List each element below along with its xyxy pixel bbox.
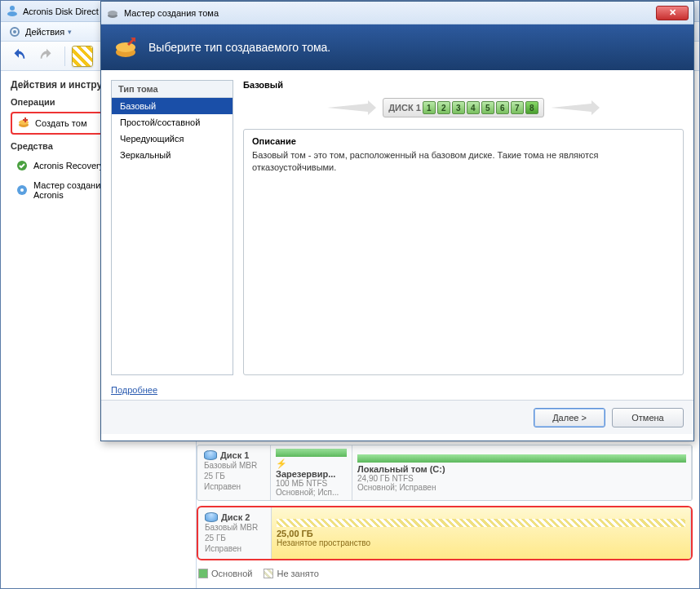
more-link-row: Подробнее (101, 385, 693, 400)
recovery-icon (16, 159, 29, 172)
gear-icon (9, 26, 20, 38)
app-icon (6, 5, 19, 18)
legend-free-label: Не занято (277, 569, 318, 578)
wizard-dialog: Мастер создания тома ✕ Выберите тип созд… (100, 1, 694, 441)
disk-map: Диск 1 Базовый MBR 25 ГБ Исправен ⚡ Заре… (197, 445, 693, 582)
more-link[interactable]: Подробнее (111, 385, 157, 395)
wizard-icon (106, 7, 119, 20)
partition-unallocated[interactable]: 25,00 ГБ Незанятое пространство (272, 507, 691, 559)
disk1-status: Исправен (204, 481, 264, 492)
next-button[interactable]: Далее > (534, 408, 605, 427)
part-reserved-size: 100 МБ NTFS (276, 479, 347, 488)
disk1-label: Диск 1 Базовый MBR 25 ГБ Исправен (197, 445, 271, 500)
svg-point-0 (10, 6, 15, 11)
svg-marker-17 (551, 100, 600, 115)
wizard-header-icon (113, 34, 139, 60)
svg-point-10 (20, 188, 24, 192)
close-button[interactable]: ✕ (656, 6, 689, 20)
type-striped[interactable]: Чередующийся (112, 131, 233, 147)
disk2-name: Диск 2 (221, 512, 250, 522)
slot-8: 8 (525, 101, 538, 114)
toolbar-separator (64, 46, 65, 66)
disk2-size: 25 ГБ (205, 533, 264, 543)
wizard-title-text: Мастер создания тома (124, 8, 219, 18)
disk-row-2[interactable]: Диск 2 Базовый MBR 25 ГБ Исправен 25,00 … (197, 506, 693, 560)
redo-button (35, 45, 58, 68)
part-reserved-name: Зарезервир... (276, 469, 335, 479)
volume-type-panel: Тип тома Базовый Простой/составной Черед… (111, 80, 233, 375)
partition-bar (277, 519, 685, 527)
slot-4: 4 (467, 101, 480, 114)
part-local-status: Основной; Исправен (357, 483, 686, 492)
main-title: Acronis Disk Direct (23, 7, 99, 16)
chevron-down-icon: ▾ (68, 28, 72, 36)
wizard-header: Выберите тип создаваемого тома. (101, 24, 693, 70)
partition-bar (276, 449, 347, 457)
part-local-size: 24,90 ГБ NTFS (357, 474, 686, 483)
slot-2: 2 (437, 101, 450, 114)
disk1-name: Диск 1 (220, 450, 249, 460)
close-icon: ✕ (669, 7, 676, 18)
disk-visual: ДИСК 1 1 2 3 4 5 6 7 8 (243, 98, 684, 117)
disk1-partitions: ⚡ Зарезервир... 100 МБ NTFS Основной; Ис… (271, 445, 692, 500)
disk2-status: Исправен (205, 543, 264, 554)
slot-6: 6 (496, 101, 509, 114)
create-volume-label: Создать том (35, 118, 86, 128)
part-local-name: Локальный том (C:) (357, 464, 686, 474)
part-free-status: Незанятое пространство (277, 538, 685, 547)
disk1-size: 25 ГБ (204, 471, 264, 481)
svg-point-14 (116, 42, 135, 52)
media-icon (16, 184, 29, 197)
wizard-titlebar[interactable]: Мастер создания тома ✕ (101, 2, 693, 24)
legend-swatch-primary (198, 569, 208, 578)
slot-3: 3 (452, 101, 465, 114)
type-mirror[interactable]: Зеркальный (112, 147, 233, 163)
disk-icon (205, 512, 218, 522)
wizard-header-text: Выберите тип создаваемого тома. (148, 41, 330, 54)
commit-button[interactable] (72, 46, 93, 67)
disk-row-1[interactable]: Диск 1 Базовый MBR 25 ГБ Исправен ⚡ Заре… (197, 445, 693, 501)
legend-free: Не занято (264, 569, 318, 578)
undo-button[interactable] (7, 45, 30, 68)
selected-type-title: Базовый (243, 80, 684, 90)
cancel-button[interactable]: Отмена (612, 408, 684, 427)
disk-icon (204, 450, 217, 460)
disk2-label: Диск 2 Базовый MBR 25 ГБ Исправен (198, 507, 272, 559)
svg-marker-16 (327, 100, 376, 115)
svg-point-1 (7, 11, 17, 16)
wizard-body: Тип тома Базовый Простой/составной Черед… (101, 70, 693, 385)
disk1-type: Базовый MBR (204, 460, 264, 471)
description-text: Базовый том - это том, расположенный на … (252, 149, 675, 175)
slot-1: 1 (423, 101, 436, 114)
create-volume-icon (17, 117, 30, 130)
legend-primary-label: Основной (211, 569, 252, 578)
disk2-type: Базовый MBR (205, 522, 264, 533)
disk-chip: ДИСК 1 1 2 3 4 5 6 7 8 (383, 98, 544, 117)
legend-primary: Основной (198, 569, 252, 578)
partition-bar (357, 454, 686, 463)
wizard-right-panel: Базовый ДИСК 1 1 2 3 4 5 6 7 8 (243, 80, 684, 375)
partition-local-c[interactable]: Локальный том (C:) 24,90 ГБ NTFS Основно… (352, 445, 692, 500)
svg-point-12 (108, 11, 117, 16)
type-simple[interactable]: Простой/составной (112, 114, 233, 131)
svg-rect-7 (23, 119, 28, 121)
arrow-left-icon (327, 100, 376, 115)
main-window: Acronis Disk Direct Действия ▾ Действия … (0, 0, 700, 589)
legend: Основной Не занято (197, 565, 693, 582)
svg-point-3 (13, 30, 16, 33)
part-reserved-status: Основной; Исп... (276, 488, 347, 497)
part-free-size: 25,00 ГБ (277, 529, 685, 538)
description-box: Описание Базовый том - это том, располож… (243, 129, 684, 375)
slot-5: 5 (481, 101, 494, 114)
arrow-right-icon (551, 100, 600, 115)
legend-swatch-free (264, 569, 273, 578)
type-basic[interactable]: Базовый (112, 98, 233, 114)
disk2-partitions: 25,00 ГБ Незанятое пространство (272, 507, 691, 559)
description-heading: Описание (252, 136, 675, 146)
type-header: Тип тома (112, 81, 233, 98)
recovery-label: Acronis Recovery (33, 161, 104, 170)
partition-reserved[interactable]: ⚡ Зарезервир... 100 МБ NTFS Основной; Ис… (271, 445, 352, 500)
actions-menu[interactable]: Действия (25, 27, 64, 37)
wizard-footer: Далее > Отмена (101, 400, 693, 434)
disk-chip-label: ДИСК 1 (388, 103, 421, 113)
